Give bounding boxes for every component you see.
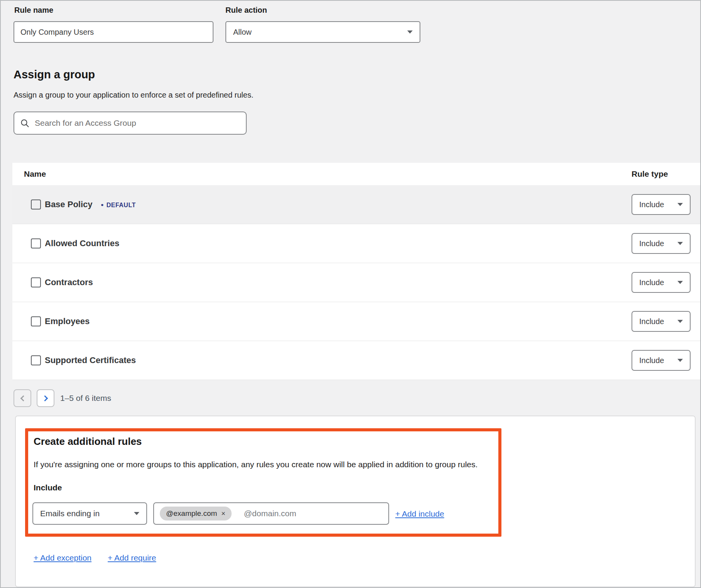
previous-page-button[interactable] [14,389,31,407]
row-checkbox[interactable] [31,199,41,210]
additional-rules-title: Create additional rules [34,436,142,448]
group-name: Contractors [45,277,93,287]
rule-type-select[interactable]: Include [632,194,691,215]
table-row-contractors: Contractors Include [12,263,700,302]
row-checkbox[interactable] [31,355,41,365]
rule-type-select[interactable]: Include [632,272,691,293]
row-checkbox[interactable] [31,277,41,287]
rule-name-label: Rule name [14,6,53,15]
name-column-header: Name [12,169,46,179]
include-section-label: Include [34,483,62,492]
next-page-button[interactable] [37,389,54,407]
search-icon [20,119,29,128]
chevron-left-icon [20,395,26,401]
group-name: Supported Certificates [45,355,136,365]
table-header-row: Name Rule type [12,163,700,185]
table-row-allowed-countries: Allowed Countries Include [12,224,700,263]
add-require-link[interactable]: + Add require [108,553,156,563]
chevron-down-icon [407,30,413,34]
default-badge: •DEFAULT [101,202,136,208]
group-name: Employees [45,316,90,326]
chevron-right-icon [42,395,48,401]
chevron-down-icon [677,281,683,284]
add-exception-link[interactable]: + Add exception [34,553,91,563]
email-chip-value: @example.com [166,509,217,518]
rule-type-value: Include [639,239,677,248]
chip-remove-icon[interactable]: × [221,510,225,517]
rule-type-select[interactable]: Include [632,233,691,254]
include-condition-value: Emails ending in [40,509,134,518]
row-checkbox[interactable] [31,316,41,326]
rule-type-select[interactable]: Include [632,311,691,332]
assign-group-description: Assign a group to your application to en… [14,91,254,100]
add-include-link[interactable]: + Add include [395,509,444,519]
badge-bullet-icon: • [101,201,104,209]
chevron-down-icon [677,242,683,245]
rule-action-select[interactable]: Allow [225,21,420,43]
chevron-down-icon [677,203,683,206]
rule-action-value: Allow [233,28,407,37]
access-group-search[interactable] [14,112,247,135]
email-chip: @example.com × [160,507,232,520]
row-checkbox[interactable] [31,238,41,248]
table-row-base-policy: Base Policy•DEFAULT Include [12,185,700,224]
rule-type-value: Include [639,356,677,365]
chevron-down-icon [134,512,139,515]
access-rule-page: Rule name Rule action Allow Assign a gro… [0,0,701,588]
include-condition-select[interactable]: Emails ending in [32,502,147,525]
group-name: Base Policy [45,199,93,209]
email-input-placeholder: @domain.com [244,509,296,518]
access-groups-table: Name Rule type Base Policy•DEFAULT Inclu… [12,163,700,380]
rule-type-value: Include [639,278,677,287]
rule-action-label: Rule action [225,6,267,15]
default-badge-label: DEFAULT [107,202,136,208]
pagination-items-label: 1–5 of 6 items [60,394,111,403]
rule-type-value: Include [639,317,677,326]
pagination: 1–5 of 6 items [14,389,111,407]
group-name: Allowed Countries [45,238,119,248]
rule-name-input[interactable] [14,21,213,43]
table-row-supported-certificates: Supported Certificates Include [12,341,700,380]
search-input[interactable] [35,118,240,128]
chevron-down-icon [677,359,683,362]
email-domain-input[interactable]: @example.com × @domain.com [153,502,389,525]
rule-type-column-header: Rule type [632,169,691,179]
assign-group-title: Assign a group [14,68,95,81]
table-row-employees: Employees Include [12,302,700,341]
rule-type-select[interactable]: Include [632,350,691,371]
rule-type-value: Include [639,200,677,209]
chevron-down-icon [677,320,683,323]
additional-rules-description: If you're assigning one or more groups t… [34,460,477,469]
